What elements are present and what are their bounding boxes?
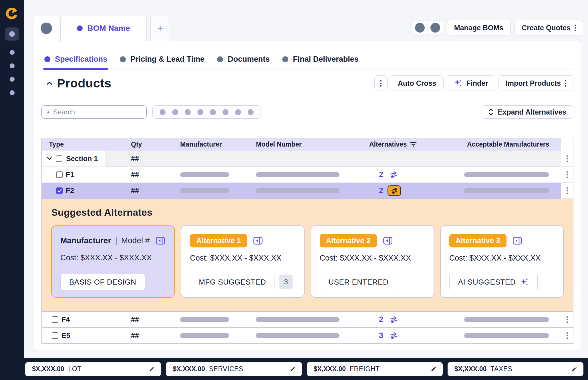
finder-button[interactable]: Finder <box>447 75 495 91</box>
swap-alternatives-icon[interactable] <box>388 332 400 340</box>
row-checkbox[interactable] <box>52 332 58 339</box>
import-products-button[interactable]: Import Products <box>498 75 573 91</box>
add-bom-tab[interactable]: + <box>150 15 170 41</box>
kebab-menu-icon[interactable] <box>575 25 576 31</box>
edit-pencil-icon[interactable] <box>289 366 296 372</box>
row-kebab-cell[interactable] <box>561 151 573 167</box>
user-entered-tag[interactable]: USER ENTERED <box>320 274 398 290</box>
ai-suggested-tag[interactable]: AI SUGGESTED <box>449 274 538 290</box>
swap-alternatives-button-active[interactable] <box>388 185 401 196</box>
taxes-label: TAXES <box>490 365 512 373</box>
services-total-pill[interactable]: $X,XXX.00 SERVICES <box>166 362 302 376</box>
tag-label: AI SUGGESTED <box>458 278 516 287</box>
expand-alternatives-button[interactable]: Expand Alternatives <box>481 105 573 119</box>
row-qty: ## <box>131 171 139 179</box>
tab-specifications[interactable]: Specifications <box>44 55 107 69</box>
bom-name-tab[interactable]: BOM Name <box>60 15 147 41</box>
chevron-down-icon[interactable] <box>47 157 52 161</box>
search-input[interactable] <box>53 108 142 116</box>
placeholder-bar <box>180 317 229 322</box>
table-row-section-1[interactable]: Section 1 ## <box>42 151 573 167</box>
taxes-total-pill[interactable]: $X,XXX.00 TAXES <box>448 362 583 376</box>
avatar <box>430 23 440 33</box>
open-panel-icon[interactable] <box>156 237 165 245</box>
expand-collapse-icon <box>488 108 494 116</box>
basis-of-design-tag[interactable]: BASIS OF DESIGN <box>60 274 145 290</box>
card-title: Manufacturer | Model # <box>60 236 150 245</box>
sidebar-item-2[interactable] <box>10 50 15 55</box>
swap-alternatives-icon[interactable] <box>388 316 400 324</box>
user-avatar-2[interactable] <box>428 21 443 35</box>
search-box[interactable] <box>41 105 147 119</box>
filter-dot <box>248 109 254 115</box>
row-kebab-cell[interactable] <box>561 328 573 343</box>
open-panel-icon[interactable] <box>253 237 263 245</box>
collapse-caret-icon[interactable] <box>46 81 53 85</box>
alternative-3-card[interactable]: Alternative 3 Cost: $XXX.XX - $XXX.XX <box>440 225 564 298</box>
table-row-f1[interactable]: F1 ## 2 <box>42 167 573 183</box>
edit-pencil-icon[interactable] <box>430 366 436 372</box>
section-checkbox[interactable] <box>56 155 62 162</box>
kebab-menu-icon[interactable] <box>567 187 568 194</box>
filter-dot <box>197 109 203 115</box>
kebab-menu-icon[interactable] <box>567 155 568 162</box>
tab-documents[interactable]: Documents <box>217 55 270 69</box>
app-root: BOM Name + Manage BOMs Create Quotes <box>0 0 588 380</box>
freight-amount: $X,XXX.00 <box>314 365 346 373</box>
freight-total-pill[interactable]: $X,XXX.00 FREIGHT <box>307 362 443 376</box>
open-panel-icon[interactable] <box>383 237 392 245</box>
products-kebab-button[interactable] <box>374 75 388 91</box>
header-kebab-cell <box>561 138 573 151</box>
section-label: Section 1 <box>66 155 98 163</box>
main-content: BOM Name + Manage BOMs Create Quotes <box>24 0 588 358</box>
sidebar-item-5[interactable] <box>10 90 15 95</box>
open-panel-icon[interactable] <box>513 237 522 245</box>
auto-cross-button[interactable]: Auto Cross <box>391 75 444 91</box>
row-kebab-cell[interactable] <box>561 183 573 199</box>
check-icon <box>57 189 62 193</box>
swap-alternatives-icon[interactable] <box>388 171 400 179</box>
sidebar-item-3[interactable] <box>10 63 15 68</box>
row-checkbox[interactable] <box>52 316 58 323</box>
sidebar-item-home[interactable] <box>5 27 19 41</box>
manage-boms-button[interactable]: Manage BOMs <box>447 20 510 35</box>
table-row-f4[interactable]: F4 ## 2 <box>42 311 573 327</box>
section-row-fill: ## <box>105 151 561 167</box>
workspace-avatar-tab[interactable] <box>34 15 59 41</box>
edit-pencil-icon[interactable] <box>571 366 577 372</box>
tab-dot-icon <box>282 56 288 62</box>
tab-final-deliverables[interactable]: Final Deliverables <box>282 55 359 69</box>
kebab-menu-icon[interactable] <box>567 332 568 339</box>
alternates-count-badge[interactable]: 3 <box>279 275 293 289</box>
row-kebab-cell[interactable] <box>561 167 573 183</box>
row-checkbox-checked[interactable] <box>56 187 63 194</box>
sidebar-item-4[interactable] <box>10 77 15 82</box>
alternative-2-card[interactable]: Alternative 2 Cost: $XXX.XX - $XXX.XX US… <box>311 225 434 298</box>
lot-total-pill[interactable]: $X,XXX.00 LOT <box>25 362 161 376</box>
avatar <box>415 23 425 33</box>
filter-icon[interactable] <box>410 141 417 147</box>
section-tree-cell: Section 1 <box>42 151 105 167</box>
user-avatar-1[interactable] <box>412 21 428 35</box>
kebab-menu-icon[interactable] <box>567 171 568 178</box>
filter-chipbar[interactable] <box>152 105 261 119</box>
placeholder-bar <box>256 333 339 338</box>
basis-of-design-card[interactable]: Manufacturer | Model # Cost <box>51 225 175 298</box>
cost-range: Cost: $XXX.XX - $XXX.XX <box>320 254 425 263</box>
tab-pricing-lead-time[interactable]: Pricing & Lead Time <box>120 55 204 69</box>
tab-dot-icon <box>120 56 126 62</box>
mfg-suggested-tag[interactable]: MFG SUGGESTED <box>190 274 275 290</box>
placeholder-bar <box>464 188 549 193</box>
kebab-menu-icon[interactable] <box>565 80 566 87</box>
edit-pencil-icon[interactable] <box>148 366 155 372</box>
alternative-1-card[interactable]: Alternative 1 Cost: $XXX.XX - $XXX.XX MF… <box>181 225 304 298</box>
app-logo[interactable] <box>5 6 19 20</box>
row-kebab-cell[interactable] <box>561 312 573 327</box>
kebab-menu-icon[interactable] <box>567 316 568 323</box>
row-qty: ## <box>131 331 139 340</box>
table-row-e5[interactable]: E5 ## 3 <box>42 327 573 343</box>
table-row-f2[interactable]: F2 ## 2 <box>42 183 573 199</box>
freight-label: FREIGHT <box>350 365 380 373</box>
row-checkbox[interactable] <box>56 171 63 178</box>
create-quotes-button[interactable]: Create Quotes <box>514 20 583 35</box>
